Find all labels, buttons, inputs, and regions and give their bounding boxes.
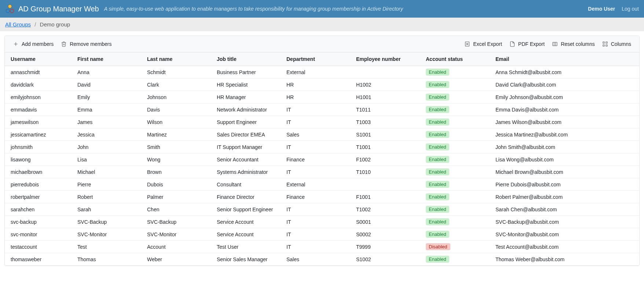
cell-jobtitle: Senior Sales Manager — [214, 253, 283, 266]
status-badge: Enabled — [426, 168, 449, 175]
excel-export-button[interactable]: Excel Export — [461, 39, 506, 49]
status-badge: Enabled — [426, 131, 449, 138]
cell-dept: IT — [283, 103, 353, 116]
current-user[interactable]: Demo User — [588, 6, 615, 12]
cell-status: Enabled — [423, 128, 493, 141]
col-header-firstname[interactable]: First name — [74, 52, 144, 66]
cell-empnum: T9999 — [353, 241, 423, 253]
app-tagline: A simple, easy-to-use web application to… — [104, 6, 588, 12]
cell-status: Enabled — [423, 228, 493, 241]
table-row[interactable]: robertpalmerRobertPalmerFinance Director… — [5, 191, 639, 203]
svg-rect-8 — [553, 42, 557, 45]
add-members-button[interactable]: Add members — [9, 39, 57, 49]
table-row[interactable]: lisawongLisaWongSenior AccountantFinance… — [5, 153, 639, 166]
cell-dept: IT — [283, 228, 353, 241]
table-row[interactable]: sarahchenSarahChenSenior Support Enginee… — [5, 203, 639, 216]
remove-members-label: Remove members — [70, 41, 111, 47]
svg-rect-13 — [603, 45, 604, 46]
table-row[interactable]: svc-monitorSVC-MonitorSVC-MonitorService… — [5, 228, 639, 241]
col-header-lastname[interactable]: Last name — [144, 52, 214, 66]
table-row[interactable]: emmadavisEmmaDavisNetwork AdministratorI… — [5, 103, 639, 116]
table-row[interactable]: testaccountTestAccountTest UserITT9999Di… — [5, 241, 639, 253]
cell-firstname: Emma — [74, 103, 144, 116]
cell-jobtitle: HR Manager — [214, 91, 283, 103]
toolbar: Add members Remove members Excel Export … — [5, 36, 639, 52]
cell-email: Jessica Martinez@albusbit.com — [493, 128, 639, 141]
cell-lastname: SVC-Backup — [144, 216, 214, 228]
table-row[interactable]: annaschmidtAnnaSchmidtBusiness PartnerEx… — [5, 66, 639, 79]
columns-button[interactable]: Columns — [599, 39, 635, 49]
status-badge: Enabled — [426, 106, 449, 113]
cell-firstname: Anna — [74, 66, 144, 79]
col-header-empnum[interactable]: Employee number — [353, 52, 423, 66]
table-row[interactable]: jessicamartinezJessicaMartinezSales Dire… — [5, 128, 639, 141]
cell-email: Test Account@albusbit.com — [493, 241, 639, 253]
cell-jobtitle: Network Administrator — [214, 103, 283, 116]
cell-email: Emma Davis@albusbit.com — [493, 103, 639, 116]
pdf-icon — [509, 41, 515, 47]
remove-members-button[interactable]: Remove members — [57, 39, 115, 49]
col-header-dept[interactable]: Department — [283, 52, 353, 66]
table-row[interactable]: pierreduboisPierreDuboisConsultantExtern… — [5, 178, 639, 191]
pdf-export-button[interactable]: PDF Export — [506, 39, 548, 49]
cell-email: Robert Palmer@albusbit.com — [493, 191, 639, 203]
table-row[interactable]: michaelbrownMichaelBrownSystems Administ… — [5, 166, 639, 178]
cell-username: robertpalmer — [5, 191, 74, 203]
cell-lastname: Smith — [144, 141, 214, 153]
breadcrumb-separator: / — [34, 21, 36, 28]
columns-label: Columns — [611, 41, 631, 47]
cell-firstname: Michael — [74, 166, 144, 178]
cell-firstname: James — [74, 116, 144, 128]
table-row[interactable]: johnsmithJohnSmithIT Support ManagerITT1… — [5, 141, 639, 153]
cell-status: Enabled — [423, 153, 493, 166]
status-badge: Enabled — [426, 256, 449, 263]
cell-status: Enabled — [423, 79, 493, 91]
cell-lastname: Johnson — [144, 91, 214, 103]
svg-rect-11 — [603, 42, 604, 43]
table-row[interactable]: emilyjohnsonEmilyJohnsonHR ManagerHRH100… — [5, 91, 639, 103]
members-table: Username First name Last name Job title … — [5, 52, 639, 266]
cell-empnum: H1001 — [353, 91, 423, 103]
cell-lastname: Account — [144, 241, 214, 253]
table-row[interactable]: jameswilsonJamesWilsonSupport EngineerIT… — [5, 116, 639, 128]
cell-status: Enabled — [423, 203, 493, 216]
cell-lastname: Palmer — [144, 191, 214, 203]
col-header-status[interactable]: Account status — [423, 52, 493, 66]
cell-jobtitle: Business Partner — [214, 66, 283, 79]
cell-username: davidclark — [5, 79, 74, 91]
status-badge: Enabled — [426, 181, 449, 188]
cell-lastname: Clark — [144, 79, 214, 91]
cell-username: lisawong — [5, 153, 74, 166]
logout-link[interactable]: Log out — [622, 6, 639, 12]
cell-email: Anna Schmidt@albusbit.com — [493, 66, 639, 79]
trash-icon — [61, 41, 67, 47]
cell-status: Enabled — [423, 141, 493, 153]
cell-lastname: SVC-Monitor — [144, 228, 214, 241]
table-row[interactable]: thomasweberThomasWeberSenior Sales Manag… — [5, 253, 639, 266]
cell-username: emmadavis — [5, 103, 74, 116]
cell-status: Enabled — [423, 191, 493, 203]
cell-username: jessicamartinez — [5, 128, 74, 141]
reset-columns-button[interactable]: Reset columns — [548, 39, 599, 49]
plus-icon — [13, 41, 19, 47]
cell-firstname: Emily — [74, 91, 144, 103]
cell-username: sarahchen — [5, 203, 74, 216]
excel-export-label: Excel Export — [473, 41, 502, 47]
table-row[interactable]: davidclarkDavidClarkHR SpecialistHRH1002… — [5, 79, 639, 91]
cell-email: Pierre Dubois@albusbit.com — [493, 178, 639, 191]
cell-username: annaschmidt — [5, 66, 74, 79]
cell-firstname: Sarah — [74, 203, 144, 216]
cell-username: emilyjohnson — [5, 91, 74, 103]
cell-jobtitle: IT Support Manager — [214, 141, 283, 153]
breadcrumb-root-link[interactable]: All Groups — [5, 21, 31, 28]
add-members-label: Add members — [22, 41, 54, 47]
cell-dept: IT — [283, 166, 353, 178]
cell-empnum: T1002 — [353, 203, 423, 216]
col-header-email[interactable]: Email — [493, 52, 639, 66]
col-header-jobtitle[interactable]: Job title — [214, 52, 283, 66]
cell-username: testaccount — [5, 241, 74, 253]
table-row[interactable]: svc-backupSVC-BackupSVC-BackupService Ac… — [5, 216, 639, 228]
cell-email: Thomas Weber@albusbit.com — [493, 253, 639, 266]
col-header-username[interactable]: Username — [5, 52, 74, 66]
status-badge: Enabled — [426, 206, 449, 213]
